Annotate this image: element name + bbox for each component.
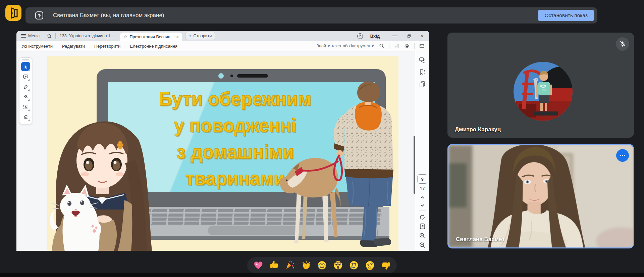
- signature-pen-icon: [23, 114, 29, 120]
- help-icon[interactable]: ?: [357, 33, 363, 39]
- search-label[interactable]: Знайти текст або інструменти: [317, 44, 374, 48]
- text-box-icon: [23, 104, 29, 110]
- laptop-camera-dot: [230, 75, 233, 77]
- window-minimize-icon[interactable]: [392, 36, 397, 36]
- girl-with-cat-illustration: [47, 120, 158, 251]
- reaction-thumbs-up[interactable]: [269, 260, 280, 271]
- tab-active-label: Презентация Веснян...: [129, 35, 174, 39]
- previous-page-icon[interactable]: [420, 195, 425, 200]
- divider: [43, 33, 43, 39]
- comments-panel-icon[interactable]: [419, 57, 426, 63]
- acrobat-tool-panel: [19, 57, 32, 124]
- acrobat-menu-bar: Усі інструменти Редагувати Перетворити Е…: [16, 41, 429, 51]
- plus-icon: +: [189, 34, 191, 38]
- print-icon[interactable]: [404, 43, 410, 49]
- participant-name: Светлана Бахмет: [456, 236, 505, 243]
- shared-browser-window: Меню 133_Українська_дівчина_і_р... ☆ Пре…: [16, 31, 429, 251]
- participant-tile-dmytro[interactable]: Дмитро Каракуц: [447, 33, 634, 138]
- lasso-icon: [23, 94, 29, 100]
- menu-all-tools[interactable]: Усі інструменти: [21, 44, 53, 49]
- tab-inactive[interactable]: 133_Українська_дівчина_і_р...: [60, 34, 116, 38]
- reaction-crying-face[interactable]: [348, 260, 359, 271]
- door-icon: [6, 5, 21, 20]
- bookmarks-panel-icon[interactable]: [419, 69, 426, 76]
- fill-sign-tool-button[interactable]: [21, 112, 30, 122]
- participant-tile-svetlana[interactable]: Светлана Бахмет: [447, 144, 634, 248]
- screen-share-label: Светлана Бахмет (вы, на главном экране): [53, 12, 164, 19]
- text-box-tool-button[interactable]: [21, 102, 30, 111]
- reaction-party-popper[interactable]: [285, 260, 296, 271]
- reaction-thumbs-down[interactable]: [380, 260, 391, 271]
- divider: [389, 43, 389, 49]
- laptop-speaker-bar: [237, 74, 268, 78]
- microphone-muted-icon: [616, 37, 629, 51]
- participant-name: Дмитро Каракуц: [455, 126, 501, 133]
- reaction-thinking-face[interactable]: [365, 260, 375, 271]
- select-tool-button[interactable]: [21, 62, 30, 71]
- avatar-photo-boy-on-machine: [514, 62, 573, 121]
- divider: [419, 211, 426, 211]
- pages-panel-icon[interactable]: [419, 81, 426, 88]
- boy-with-dog-illustration: [275, 81, 398, 251]
- new-tab-label: Створити: [193, 34, 212, 38]
- page-number-input[interactable]: [418, 174, 427, 184]
- presentation-slide: Бути обережним у поводженні з домашніми …: [47, 56, 398, 251]
- window-restore-icon[interactable]: [407, 34, 411, 38]
- laptop-webcam-dot: [218, 73, 224, 79]
- pdf-content-area: Бути обережним у поводженні з домашніми …: [16, 51, 429, 251]
- tile-more-options-button[interactable]: [616, 149, 629, 162]
- rotate-icon[interactable]: [419, 214, 426, 221]
- star-icon[interactable]: ☆: [123, 35, 127, 39]
- boy: [334, 82, 393, 247]
- fit-page-icon[interactable]: [419, 223, 426, 230]
- reactions-bar: [247, 257, 397, 273]
- search-icon[interactable]: [379, 43, 384, 49]
- zoom-out-icon[interactable]: [419, 242, 426, 248]
- three-dots-icon: [619, 152, 626, 159]
- cursor-icon: [23, 64, 29, 70]
- screen-share-banner: Светлана Бахмет (вы, на главном экране) …: [25, 7, 597, 24]
- panel-drag-handle[interactable]: [22, 59, 30, 60]
- menu-edit[interactable]: Редагувати: [62, 44, 85, 49]
- stop-sharing-button[interactable]: Остановить показ: [538, 10, 594, 21]
- reaction-sparkling-heart[interactable]: [253, 260, 264, 271]
- home-icon[interactable]: [47, 33, 52, 39]
- login-button[interactable]: Вхід: [370, 34, 380, 39]
- menu-button[interactable]: Меню: [28, 34, 40, 38]
- mail-icon[interactable]: [419, 43, 425, 49]
- tab-close-icon[interactable]: ×: [176, 35, 179, 39]
- divider: [414, 43, 415, 49]
- comment-tool-button[interactable]: [21, 72, 30, 81]
- webcam-video-svetlana: [448, 145, 633, 247]
- browser-tab-bar: Меню 133_Українська_дівчина_і_р... ☆ Пре…: [16, 31, 429, 41]
- meeting-app-window: Светлана Бахмет (вы, на главном экране) …: [0, 0, 644, 277]
- menu-convert[interactable]: Перетворити: [94, 44, 120, 49]
- zoom-in-icon[interactable]: [419, 232, 426, 239]
- menu-hamburger-icon[interactable]: [21, 34, 26, 38]
- acrobat-right-rail: 17: [415, 51, 429, 251]
- bottom-edge-strip: [0, 273, 644, 277]
- marker-icon: [23, 84, 29, 90]
- save-icon[interactable]: [394, 43, 399, 49]
- app-logo[interactable]: [5, 5, 21, 21]
- avatar: [514, 62, 573, 121]
- divider: [55, 33, 56, 39]
- screen-share-icon: [35, 11, 44, 20]
- next-page-icon[interactable]: [420, 203, 425, 208]
- page-total-label: 17: [420, 186, 425, 191]
- window-close-icon[interactable]: ×: [421, 33, 424, 39]
- reaction-face-with-tears-of-joy[interactable]: [317, 260, 327, 271]
- reaction-astonished-face[interactable]: [333, 260, 343, 271]
- tab-active[interactable]: ☆ Презентация Веснян... ×: [120, 33, 182, 41]
- menu-esign[interactable]: Електронне підписання: [130, 44, 177, 49]
- draw-tool-button[interactable]: [21, 92, 30, 101]
- new-tab-button[interactable]: + Створити: [185, 32, 215, 40]
- highlight-tool-button[interactable]: [21, 82, 30, 91]
- reaction-clapping-hands[interactable]: [301, 260, 312, 271]
- comment-add-icon: [23, 74, 29, 80]
